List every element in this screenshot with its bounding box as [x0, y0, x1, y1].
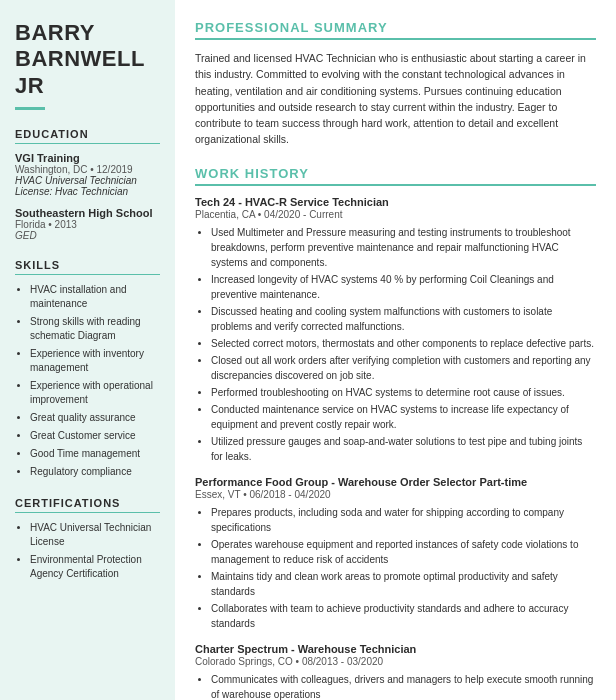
skills-title: SKILLS	[15, 259, 160, 275]
name-block: BARRY BARNWELL JR	[15, 20, 160, 110]
skill-operations: Experience with operational improvement	[30, 379, 160, 407]
job-meta-charter: Colorado Springs, CO • 08/2013 - 03/2020	[195, 656, 596, 667]
work-section: WORK HISTORY Tech 24 - HVAC-R Service Te…	[195, 166, 596, 700]
education-title: EDUCATION	[15, 128, 160, 144]
job-item-charter: Charter Spectrum - Warehouse Technician …	[195, 643, 596, 700]
cert-hvac: HVAC Universal Technician License	[30, 521, 160, 549]
job-item-pfg: Performance Food Group - Warehouse Order…	[195, 476, 596, 631]
cert-epa: Environmental Protection Agency Certific…	[30, 553, 160, 581]
edu-degree-ged: GED	[15, 230, 160, 241]
bullet-pfg-1: Prepares products, including soda and wa…	[211, 505, 596, 535]
skill-inventory: Experience with inventory management	[30, 347, 160, 375]
skill-quality: Great quality assurance	[30, 411, 160, 425]
skill-schematic: Strong skills with reading schematic Dia…	[30, 315, 160, 343]
bullet-pfg-4: Collaborates with team to achieve produc…	[211, 601, 596, 631]
job-meta-tech24: Placentia, CA • 04/2020 - Current	[195, 209, 596, 220]
job-bullets-pfg: Prepares products, including soda and wa…	[195, 505, 596, 631]
summary-section-title: PROFESSIONAL SUMMARY	[195, 20, 596, 40]
job-bullets-charter: Communicates with colleagues, drivers an…	[195, 672, 596, 700]
edu-school-vgi: VGI Training	[15, 152, 160, 164]
work-section-title: WORK HISTORY	[195, 166, 596, 186]
certifications-title: CERTIFICATIONS	[15, 497, 160, 513]
bullet-tech24-8: Utilized pressure gauges and soap-and-wa…	[211, 434, 596, 464]
job-title-tech24: Tech 24 - HVAC-R Service Technician	[195, 196, 596, 208]
bullet-tech24-3: Discussed heating and cooling system mal…	[211, 304, 596, 334]
bullet-tech24-5: Closed out all work orders after verifyi…	[211, 353, 596, 383]
summary-text: Trained and licensed HVAC Technician who…	[195, 50, 596, 148]
bullet-tech24-7: Conducted maintenance service on HVAC sy…	[211, 402, 596, 432]
edu-detail-southeastern: Florida • 2013	[15, 219, 160, 230]
job-item-tech24: Tech 24 - HVAC-R Service Technician Plac…	[195, 196, 596, 464]
job-title-charter: Charter Spectrum - Warehouse Technician	[195, 643, 596, 655]
bullet-tech24-2: Increased longevity of HVAC systems 40 %…	[211, 272, 596, 302]
cert-list: HVAC Universal Technician License Enviro…	[15, 521, 160, 581]
bullet-tech24-6: Performed troubleshooting on HVAC system…	[211, 385, 596, 400]
skill-hvac-install: HVAC installation and maintenance	[30, 283, 160, 311]
bullet-pfg-2: Operates warehouse equipment and reporte…	[211, 537, 596, 567]
resume-container: BARRY BARNWELL JR EDUCATION VGI Training…	[0, 0, 616, 700]
edu-item-vgi: VGI Training Washington, DC • 12/2019 HV…	[15, 152, 160, 197]
job-bullets-tech24: Used Multimeter and Pressure measuring a…	[195, 225, 596, 464]
skill-time: Good Time management	[30, 447, 160, 461]
right-panel: PROFESSIONAL SUMMARY Trained and license…	[175, 0, 616, 700]
job-title-pfg: Performance Food Group - Warehouse Order…	[195, 476, 596, 488]
bullet-tech24-4: Selected correct motors, thermostats and…	[211, 336, 596, 351]
skills-list: HVAC installation and maintenance Strong…	[15, 283, 160, 479]
skill-regulatory: Regulatory compliance	[30, 465, 160, 479]
bullet-pfg-3: Maintains tidy and clean work areas to p…	[211, 569, 596, 599]
bullet-tech24-1: Used Multimeter and Pressure measuring a…	[211, 225, 596, 270]
edu-item-southeastern: Southeastern High School Florida • 2013 …	[15, 207, 160, 241]
edu-school-southeastern: Southeastern High School	[15, 207, 160, 219]
edu-cert-vgi: HVAC Universal Technician License: Hvac …	[15, 175, 160, 197]
name-divider	[15, 107, 45, 110]
skill-customer: Great Customer service	[30, 429, 160, 443]
left-panel: BARRY BARNWELL JR EDUCATION VGI Training…	[0, 0, 175, 700]
edu-detail-vgi: Washington, DC • 12/2019	[15, 164, 160, 175]
job-meta-pfg: Essex, VT • 06/2018 - 04/2020	[195, 489, 596, 500]
candidate-name: BARRY BARNWELL JR	[15, 20, 160, 99]
bullet-charter-1: Communicates with colleagues, drivers an…	[211, 672, 596, 700]
